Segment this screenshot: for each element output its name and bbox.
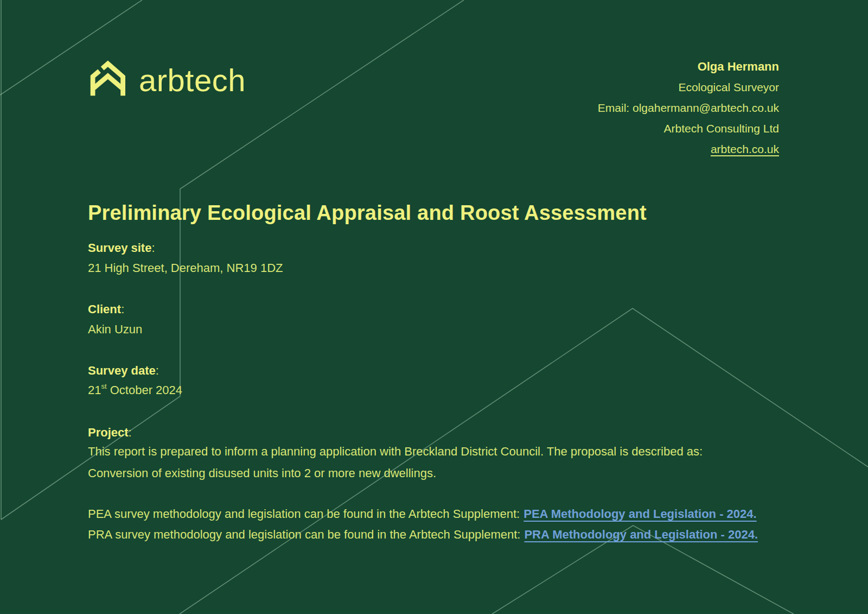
surveyor-name: Olga Hermann [598,56,779,77]
client-label: Client: [88,302,124,317]
project-description-line1: This report is prepared to inform a plan… [88,445,703,459]
report-cover-page: arbtech Olga Hermann Ecological Surveyor… [0,0,868,614]
project-description-line2: Conversion of existing disused units int… [88,466,436,480]
pea-supplement-text: PEA survey methodology and legislation c… [88,507,520,521]
pra-methodology-link[interactable]: PRA Methodology and Legislation - 2024. [524,528,758,541]
client-label-text: Client [88,302,121,316]
company-name: Arbtech Consulting Ltd [598,118,779,139]
deco-large-chevron [180,308,868,614]
report-title: Preliminary Ecological Appraisal and Roo… [88,201,647,225]
survey-date-label: Survey date: [88,364,159,378]
pea-methodology-link[interactable]: PEA Methodology and Legislation - 2024. [524,507,756,521]
survey-date-label-text: Survey date [88,364,156,377]
survey-date-ordinal: st [101,382,106,390]
arbtech-logo-text: arbtech [139,65,246,96]
pra-supplement-text: PRA survey methodology and legislation c… [88,528,520,541]
pea-supplement-line: PEA survey methodology and legislation c… [88,507,757,521]
website-link[interactable]: arbtech.co.uk [711,143,779,155]
label-colon: : [156,364,159,377]
survey-date-value: 21st October 2024 [88,383,182,397]
project-label-text: Project [88,426,129,439]
survey-date-month-year: October 2024 [107,383,182,397]
arbtech-house-icon [87,56,127,97]
surveyor-contact-block: Olga Hermann Ecological Surveyor Email: … [598,56,779,160]
pra-supplement-line: PRA survey methodology and legislation c… [88,528,758,542]
project-label: Project: [88,426,132,440]
label-colon: : [129,426,132,439]
surveyor-role: Ecological Surveyor [598,77,779,98]
survey-site-label-text: Survey site [88,241,151,255]
client-value: Akin Uzun [88,322,142,337]
survey-site-value: 21 High Street, Dereham, NR19 1DZ [88,261,283,275]
surveyor-email: Email: olgahermann@arbtech.co.uk [598,98,779,118]
label-colon: : [121,302,124,316]
arbtech-logo: arbtech [87,56,246,97]
survey-site-label: Survey site: [88,241,155,255]
survey-date-day: 21 [88,383,101,397]
label-colon: : [151,241,155,255]
